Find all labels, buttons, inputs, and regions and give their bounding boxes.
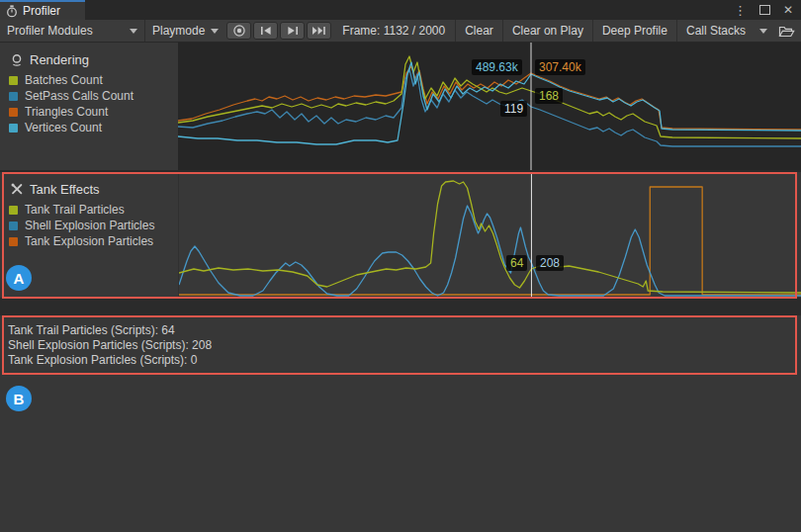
profiler-toolbar: Profiler Modules Playmode (0, 20, 801, 43)
legend-item-shell-explosion[interactable]: Shell Explosion Particles (0, 218, 178, 233)
call-stacks-button[interactable]: Call Stacks (677, 20, 755, 42)
deep-profile-button[interactable]: Deep Profile (593, 20, 676, 42)
legend-item-tank-explosion[interactable]: Tank Explosion Particles (0, 233, 178, 249)
rendering-legend-panel: Rendering Batches Count SetPass Calls Co… (0, 43, 178, 170)
module-title: Tank Effects (30, 182, 100, 197)
frame-value-chip: 307.40k (535, 59, 585, 75)
series-swatch (9, 108, 18, 117)
module-title: Rendering (30, 52, 89, 67)
series-swatch (9, 237, 18, 246)
clear-button[interactable]: Clear (456, 20, 502, 42)
legend-item-setpass[interactable]: SetPass Calls Count (0, 88, 178, 104)
stopwatch-icon (6, 5, 18, 18)
profiler-window: Profiler ⋮ ✕ Profiler Modules Playmode (0, 0, 801, 532)
skip-forward-icon (287, 26, 299, 36)
profiler-modules-label: Profiler Modules (7, 24, 124, 38)
playmode-dropdown[interactable]: Playmode (145, 20, 225, 42)
record-icon (232, 24, 246, 38)
series-swatch (9, 92, 18, 101)
open-folder-icon (778, 25, 795, 38)
legend-item-tank-trail[interactable]: Tank Trail Particles (0, 202, 178, 218)
legend-label: Vertices Count (25, 121, 102, 134)
series-swatch (9, 206, 18, 215)
series-swatch (9, 222, 18, 230)
series-line (178, 66, 801, 130)
chevron-down-icon (759, 29, 767, 34)
tab-profiler[interactable]: Profiler (0, 0, 85, 20)
record-button[interactable] (226, 22, 251, 40)
tab-title: Profiler (23, 4, 60, 18)
legend-label: Tank Trail Particles (25, 203, 125, 217)
legend-label: Shell Explosion Particles (25, 219, 154, 232)
annotation-badge-b: B (6, 386, 32, 411)
annotation-badge-a: A (6, 265, 32, 291)
maximize-icon[interactable] (759, 5, 770, 15)
frame-value-chip: 119 (500, 101, 527, 117)
tank-effects-module: Tank Effects Tank Trail Particles Shell … (0, 172, 801, 298)
load-profile-button[interactable] (772, 20, 801, 42)
call-stacks-dropdown[interactable] (755, 20, 772, 42)
legend-item-vertices[interactable]: Vertices Count (0, 120, 178, 135)
frame-value-chip: 489.63k (472, 59, 522, 75)
playmode-label: Playmode (152, 24, 205, 38)
frame-value-chip: 208 (536, 255, 564, 271)
call-stacks-label: Call Stacks (686, 24, 746, 38)
close-icon[interactable]: ✕ (783, 4, 793, 16)
legend-item-triangles[interactable]: Triangles Count (0, 104, 178, 120)
clear-on-play-label: Clear on Play (512, 24, 583, 38)
tank-chart[interactable]: 64208 (178, 172, 801, 298)
series-swatch (9, 124, 18, 133)
module-details-pane: Tank Trail Particles (Scripts): 64 Shell… (0, 315, 801, 532)
current-frame-button[interactable] (307, 22, 331, 40)
frame-value-chip: 64 (506, 255, 527, 271)
pane-separator (0, 298, 801, 315)
title-bar: Profiler ⋮ ✕ (0, 0, 801, 20)
next-frame-button[interactable] (280, 22, 305, 40)
rendering-icon (10, 53, 24, 66)
tools-icon (10, 182, 24, 196)
rendering-module: Rendering Batches Count SetPass Calls Co… (0, 43, 801, 170)
window-menu-icon[interactable]: ⋮ (734, 4, 747, 17)
clear-on-play-button[interactable]: Clear on Play (503, 20, 592, 42)
profiler-modules-dropdown[interactable]: Profiler Modules (0, 20, 144, 42)
legend-label: SetPass Calls Count (25, 89, 134, 103)
rendering-module-header[interactable]: Rendering (0, 43, 178, 68)
chevron-down-icon (211, 29, 219, 34)
chart-canvas (179, 172, 801, 298)
series-line (179, 206, 801, 296)
rendering-legend: Batches Count SetPass Calls Count Triang… (0, 72, 178, 135)
frame-value-chip: 168 (535, 88, 563, 104)
detail-line: Shell Explosion Particles (Scripts): 208 (8, 338, 801, 353)
deep-profile-label: Deep Profile (602, 24, 668, 38)
legend-item-batches[interactable]: Batches Count (0, 72, 178, 88)
legend-label: Tank Explosion Particles (25, 234, 153, 248)
skip-back-icon (260, 26, 272, 36)
frame-counter: Frame: 1132 / 2000 (332, 24, 455, 38)
chevron-down-icon (130, 29, 137, 34)
tank-effects-legend: Tank Trail Particles Shell Explosion Par… (0, 202, 178, 249)
fast-forward-icon (312, 26, 326, 36)
clear-label: Clear (465, 24, 493, 38)
tank-effects-module-header[interactable]: Tank Effects (0, 172, 178, 198)
series-line (179, 181, 801, 293)
rendering-chart[interactable]: 489.63k307.40k168119 (178, 43, 801, 170)
legend-label: Batches Count (25, 73, 103, 87)
series-swatch (9, 76, 18, 85)
legend-label: Triangles Count (25, 105, 108, 119)
detail-line: Tank Trail Particles (Scripts): 64 (8, 323, 801, 338)
previous-frame-button[interactable] (253, 22, 278, 40)
detail-line: Tank Explosion Particles (Scripts): 0 (8, 353, 801, 368)
